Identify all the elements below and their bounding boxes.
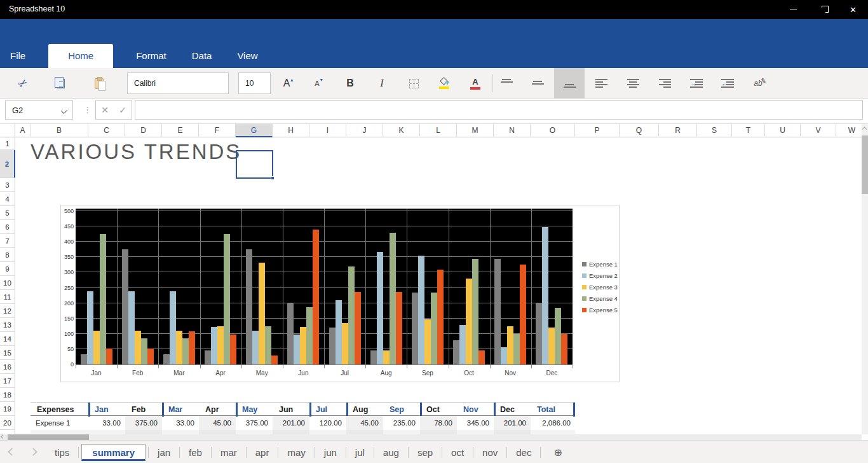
column-header-U[interactable]: U	[765, 124, 801, 137]
sheet-grid[interactable]: VARIOUS TRENDS 0501001502002503003504004…	[15, 137, 862, 434]
sheet-tab-nov[interactable]: nov	[473, 444, 506, 461]
sheet-tab-feb[interactable]: feb	[180, 444, 211, 461]
row-header-11[interactable]: 11	[0, 290, 15, 304]
table-cell[interactable]: 210.00	[309, 430, 346, 434]
column-header-O[interactable]: O	[531, 124, 575, 137]
text-orientation-button[interactable]: ab✎	[747, 68, 770, 99]
table-header-cell[interactable]: May	[236, 403, 273, 417]
sheet-tab-jun[interactable]: jun	[315, 444, 346, 461]
table-cell[interactable]: 201.00	[273, 416, 309, 430]
column-header-N[interactable]: N	[494, 124, 531, 137]
table-cell[interactable]: 238.00	[88, 430, 125, 434]
name-box[interactable]: G2	[5, 100, 73, 120]
table-cell[interactable]: 367.00	[346, 430, 383, 434]
align-top-button[interactable]	[495, 68, 518, 99]
sheet-tab-dec[interactable]: dec	[507, 444, 540, 461]
cancel-entry-icon[interactable]: ✕	[101, 105, 109, 115]
table-cell[interactable]: 122.00	[199, 430, 236, 434]
row-header-20[interactable]: 20	[0, 416, 15, 430]
sheet-tab-oct[interactable]: oct	[442, 444, 473, 461]
table-header-cell[interactable]: Jul	[309, 403, 346, 417]
table-cell[interactable]: 2,610.00	[531, 430, 575, 434]
column-header-H[interactable]: H	[273, 124, 309, 137]
scroll-up-icon[interactable]	[862, 127, 867, 132]
table-cell[interactable]: 45.00	[346, 416, 383, 430]
table-cell[interactable]: 120.00	[309, 416, 346, 430]
increase-indent-button[interactable]: →	[685, 68, 708, 99]
row-header-13[interactable]: 13	[0, 318, 15, 332]
copy-button[interactable]	[50, 68, 72, 99]
table-header-cell[interactable]: Dec	[494, 403, 531, 417]
column-header-R[interactable]: R	[659, 124, 697, 137]
row-header-6[interactable]: 6	[0, 220, 15, 234]
decrease-indent-button[interactable]: ←	[716, 68, 739, 99]
row-header-8[interactable]: 8	[0, 248, 15, 262]
table-header-cell[interactable]: Mar	[162, 403, 199, 417]
table-header-cell[interactable]: Apr	[199, 403, 236, 417]
tab-file[interactable]: File	[0, 44, 38, 68]
column-header-P[interactable]: P	[575, 124, 620, 137]
scroll-left-icon[interactable]	[1, 434, 5, 439]
row-header-9[interactable]: 9	[0, 262, 15, 276]
sheet-tab-jul[interactable]: jul	[346, 444, 374, 461]
row-header-3[interactable]: 3	[0, 178, 15, 192]
font-size-select[interactable]: 10	[238, 73, 271, 94]
title-cell[interactable]: VARIOUS TRENDS	[31, 137, 241, 165]
column-header-Q[interactable]: Q	[620, 124, 659, 137]
sheet-tab-apr[interactable]: apr	[247, 444, 278, 461]
table-cell[interactable]: 2,086.00	[531, 416, 575, 430]
table-header-cell[interactable]: Aug	[346, 403, 383, 417]
fill-handle[interactable]	[271, 176, 275, 180]
align-center-button[interactable]	[621, 68, 644, 99]
table-cell[interactable]: 235.00	[383, 416, 420, 430]
sheet-tab-summary[interactable]: summary	[81, 444, 146, 461]
table-cell[interactable]: 238.00	[125, 430, 162, 434]
table-header-cell[interactable]: Total	[531, 403, 575, 417]
sheet-tab-tips[interactable]: tips	[46, 444, 78, 461]
font-name-select[interactable]: Calibri	[127, 73, 229, 94]
table-header-cell[interactable]: Jun	[273, 403, 309, 417]
next-sheet-icon[interactable]	[29, 448, 37, 456]
vertical-scroll-thumb[interactable]	[862, 135, 868, 194]
table-cell[interactable]: 111.00	[236, 430, 273, 434]
column-header-G[interactable]: G	[236, 124, 273, 137]
column-header-K[interactable]: K	[383, 124, 420, 137]
sheet-tab-mar[interactable]: mar	[212, 444, 246, 461]
tab-data[interactable]: Data	[179, 44, 225, 68]
table-cell[interactable]: 238.00	[162, 430, 199, 434]
table-header-cell[interactable]: Jan	[88, 403, 125, 417]
align-middle-button[interactable]	[526, 68, 549, 99]
align-right-button[interactable]	[653, 68, 676, 99]
column-header-I[interactable]: I	[309, 124, 346, 137]
paste-button[interactable]	[88, 68, 111, 99]
italic-button[interactable]: I	[370, 68, 393, 99]
column-header-E[interactable]: E	[162, 124, 199, 137]
table-header-cell[interactable]: Sep	[383, 403, 420, 417]
horizontal-scroll-thumb[interactable]	[8, 434, 89, 440]
row-header-16[interactable]: 16	[0, 360, 15, 374]
table-cell[interactable]: 201.00	[494, 416, 531, 430]
column-header-M[interactable]: M	[457, 124, 494, 137]
table-cell[interactable]: 375.00	[125, 416, 162, 430]
sheet-tab-may[interactable]: may	[278, 444, 314, 461]
table-cell[interactable]: 56.00	[457, 430, 494, 434]
column-header-B[interactable]: B	[31, 124, 88, 137]
shrink-font-button[interactable]: A▾	[307, 68, 330, 99]
add-sheet-button[interactable]: ⊕	[546, 446, 569, 459]
row-header-1[interactable]: 1	[0, 137, 15, 150]
row-header-4[interactable]: 4	[0, 192, 15, 206]
tab-format[interactable]: Format	[123, 44, 179, 68]
column-header-C[interactable]: C	[88, 124, 125, 137]
table-cell[interactable]: 355.00	[383, 430, 420, 434]
font-color-button[interactable]: A	[464, 68, 487, 99]
sheet-tab-sep[interactable]: sep	[409, 444, 442, 461]
selected-cell[interactable]	[236, 150, 273, 179]
column-header-T[interactable]: T	[732, 124, 765, 137]
table-cell[interactable]: 33.00	[162, 416, 199, 430]
formula-input[interactable]	[135, 100, 863, 120]
row-header-19[interactable]: 19	[0, 402, 15, 416]
tab-home[interactable]: Home	[48, 44, 113, 68]
row-header-10[interactable]: 10	[0, 276, 15, 290]
column-header-L[interactable]: L	[420, 124, 457, 137]
column-header-V[interactable]: V	[801, 124, 836, 137]
